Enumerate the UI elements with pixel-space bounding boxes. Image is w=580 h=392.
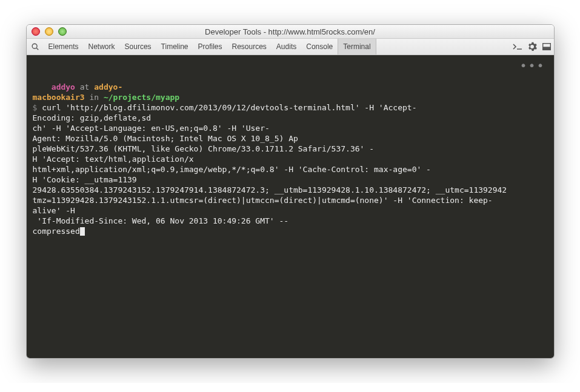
svg-line-1 — [36, 48, 38, 50]
devtools-toolbar: ElementsNetworkSourcesTimelineProfilesRe… — [27, 39, 554, 55]
dock-icon[interactable] — [539, 39, 554, 55]
tab-elements[interactable]: Elements — [44, 39, 84, 55]
tab-profiles[interactable]: Profiles — [193, 39, 227, 55]
search-icon[interactable] — [27, 39, 44, 55]
tab-sources[interactable]: Sources — [120, 39, 156, 55]
overflow-menu-icon[interactable]: ••• — [519, 62, 545, 68]
terminal-command: curl 'http://blog.dfilimonov.com/2013/09… — [33, 103, 507, 236]
prompt-at: at — [75, 82, 94, 91]
zoom-icon[interactable] — [58, 27, 67, 36]
gear-icon[interactable] — [525, 39, 539, 55]
minimize-icon[interactable] — [45, 27, 53, 36]
prompt-symbol: $ — [33, 103, 38, 112]
devtools-window: Developer Tools - http://www.html5rocks.… — [26, 24, 555, 359]
tab-resources[interactable]: Resources — [227, 39, 272, 55]
tab-network[interactable]: Network — [84, 39, 120, 55]
prompt-user: addyo — [52, 82, 75, 91]
prompt-host-1: addyo- — [94, 82, 122, 91]
tab-console[interactable]: Console — [301, 39, 338, 55]
close-icon[interactable] — [32, 27, 40, 36]
svg-point-0 — [32, 44, 37, 48]
terminal-pane[interactable]: ••• addyo at addyo- macbookair3 in ~/pro… — [27, 55, 554, 358]
prompt-in: in — [85, 93, 104, 102]
tab-terminal[interactable]: Terminal — [338, 39, 376, 55]
window-title: Developer Tools - http://www.html5rocks.… — [27, 27, 554, 36]
svg-rect-4 — [542, 47, 550, 50]
traffic-lights — [27, 27, 67, 36]
prompt-host-2: macbookair3 — [33, 93, 85, 102]
cursor-icon — [80, 227, 85, 236]
titlebar: Developer Tools - http://www.html5rocks.… — [27, 25, 554, 39]
prompt-path: ~/projects/myapp — [104, 93, 179, 102]
tab-audits[interactable]: Audits — [272, 39, 301, 55]
console-drawer-icon[interactable] — [510, 39, 525, 55]
tab-timeline[interactable]: Timeline — [156, 39, 193, 55]
